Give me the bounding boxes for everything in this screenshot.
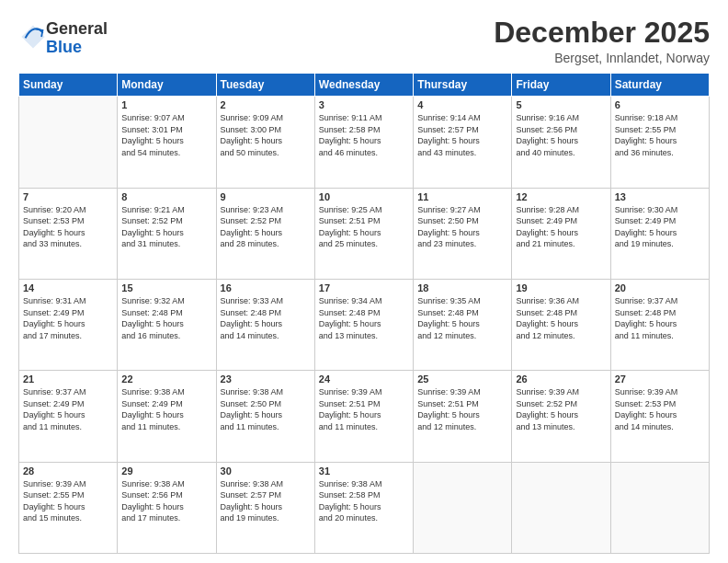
day-info: Sunrise: 9:37 AM Sunset: 2:49 PM Dayligh… [23,386,113,432]
day-info: Sunrise: 9:39 AM Sunset: 2:55 PM Dayligh… [23,478,113,524]
title-block: December 2025 Bergset, Innlandet, Norway [494,17,710,65]
calendar-cell: 22Sunrise: 9:38 AM Sunset: 2:49 PM Dayli… [118,371,216,462]
day-info: Sunrise: 9:39 AM Sunset: 2:51 PM Dayligh… [319,386,409,432]
day-info: Sunrise: 9:21 AM Sunset: 2:52 PM Dayligh… [121,204,211,250]
day-number: 31 [319,465,409,477]
day-info: Sunrise: 9:34 AM Sunset: 2:48 PM Dayligh… [319,295,409,341]
calendar-week-row: 21Sunrise: 9:37 AM Sunset: 2:49 PM Dayli… [19,371,710,462]
header-cell-thursday: Thursday [414,74,512,97]
day-info: Sunrise: 9:36 AM Sunset: 2:48 PM Dayligh… [516,295,606,341]
calendar-cell: 9Sunrise: 9:23 AM Sunset: 2:52 PM Daylig… [216,188,314,279]
day-info: Sunrise: 9:39 AM Sunset: 2:53 PM Dayligh… [615,386,705,432]
calendar-cell [610,462,709,553]
day-info: Sunrise: 9:35 AM Sunset: 2:48 PM Dayligh… [417,295,507,341]
calendar-cell: 4Sunrise: 9:14 AM Sunset: 2:57 PM Daylig… [414,97,512,188]
day-number: 20 [615,282,705,293]
calendar-cell: 2Sunrise: 9:09 AM Sunset: 3:00 PM Daylig… [216,97,314,188]
day-info: Sunrise: 9:30 AM Sunset: 2:49 PM Dayligh… [615,204,705,250]
calendar-cell: 24Sunrise: 9:39 AM Sunset: 2:51 PM Dayli… [314,371,413,462]
calendar-cell: 3Sunrise: 9:11 AM Sunset: 2:58 PM Daylig… [314,97,413,188]
day-info: Sunrise: 9:07 AM Sunset: 3:01 PM Dayligh… [121,112,211,158]
calendar-cell: 21Sunrise: 9:37 AM Sunset: 2:49 PM Dayli… [19,371,118,462]
logo-text: General Blue [46,20,108,57]
day-info: Sunrise: 9:27 AM Sunset: 2:50 PM Dayligh… [417,204,507,250]
calendar-cell: 11Sunrise: 9:27 AM Sunset: 2:50 PM Dayli… [414,188,512,279]
calendar-week-row: 14Sunrise: 9:31 AM Sunset: 2:49 PM Dayli… [19,279,710,370]
calendar-cell: 15Sunrise: 9:32 AM Sunset: 2:48 PM Dayli… [118,279,216,370]
calendar-cell: 19Sunrise: 9:36 AM Sunset: 2:48 PM Dayli… [512,279,610,370]
location: Bergset, Innlandet, Norway [494,51,710,65]
day-info: Sunrise: 9:39 AM Sunset: 2:51 PM Dayligh… [417,386,507,432]
day-number: 14 [23,282,113,293]
header-cell-wednesday: Wednesday [314,74,413,97]
day-number: 1 [121,99,211,110]
day-number: 13 [615,191,705,202]
day-info: Sunrise: 9:11 AM Sunset: 2:58 PM Dayligh… [319,112,409,158]
day-number: 28 [23,465,113,477]
day-number: 26 [516,373,606,385]
logo-blue: Blue [46,39,108,57]
day-info: Sunrise: 9:32 AM Sunset: 2:48 PM Dayligh… [121,295,211,341]
calendar-cell: 1Sunrise: 9:07 AM Sunset: 3:01 PM Daylig… [118,97,216,188]
day-number: 25 [417,373,507,385]
day-info: Sunrise: 9:23 AM Sunset: 2:52 PM Dayligh… [221,204,311,250]
calendar-week-row: 28Sunrise: 9:39 AM Sunset: 2:55 PM Dayli… [19,462,710,553]
day-number: 4 [417,99,507,110]
calendar-cell: 16Sunrise: 9:33 AM Sunset: 2:48 PM Dayli… [216,279,314,370]
day-number: 24 [319,373,409,385]
calendar-cell: 17Sunrise: 9:34 AM Sunset: 2:48 PM Dayli… [314,279,413,370]
day-info: Sunrise: 9:38 AM Sunset: 2:57 PM Dayligh… [221,478,311,524]
calendar-cell: 23Sunrise: 9:38 AM Sunset: 2:50 PM Dayli… [216,371,314,462]
day-info: Sunrise: 9:33 AM Sunset: 2:48 PM Dayligh… [221,295,311,341]
day-info: Sunrise: 9:28 AM Sunset: 2:49 PM Dayligh… [516,204,606,250]
day-info: Sunrise: 9:31 AM Sunset: 2:49 PM Dayligh… [23,295,113,341]
day-info: Sunrise: 9:14 AM Sunset: 2:57 PM Dayligh… [417,112,507,158]
calendar-cell: 25Sunrise: 9:39 AM Sunset: 2:51 PM Dayli… [414,371,512,462]
day-info: Sunrise: 9:38 AM Sunset: 2:50 PM Dayligh… [221,386,311,432]
calendar: SundayMondayTuesdayWednesdayThursdayFrid… [18,73,710,554]
calendar-cell: 8Sunrise: 9:21 AM Sunset: 2:52 PM Daylig… [118,188,216,279]
calendar-cell [19,97,118,188]
day-number: 27 [615,373,705,385]
day-info: Sunrise: 9:38 AM Sunset: 2:56 PM Dayligh… [121,478,211,524]
day-info: Sunrise: 9:25 AM Sunset: 2:51 PM Dayligh… [319,204,409,250]
day-info: Sunrise: 9:16 AM Sunset: 2:56 PM Dayligh… [516,112,606,158]
day-number: 9 [221,191,311,202]
day-info: Sunrise: 9:20 AM Sunset: 2:53 PM Dayligh… [23,204,113,250]
calendar-header-row: SundayMondayTuesdayWednesdayThursdayFrid… [19,74,710,97]
calendar-cell: 14Sunrise: 9:31 AM Sunset: 2:49 PM Dayli… [19,279,118,370]
day-info: Sunrise: 9:09 AM Sunset: 3:00 PM Dayligh… [221,112,311,158]
calendar-cell: 6Sunrise: 9:18 AM Sunset: 2:55 PM Daylig… [610,97,709,188]
calendar-week-row: 1Sunrise: 9:07 AM Sunset: 3:01 PM Daylig… [19,97,710,188]
logo-general: General [46,20,108,39]
calendar-cell: 18Sunrise: 9:35 AM Sunset: 2:48 PM Dayli… [414,279,512,370]
calendar-cell [414,462,512,553]
header: General Blue December 2025 Bergset, Innl… [18,17,710,65]
day-number: 10 [319,191,409,202]
calendar-cell: 31Sunrise: 9:38 AM Sunset: 2:58 PM Dayli… [314,462,413,553]
logo: General Blue [18,20,108,57]
calendar-cell: 28Sunrise: 9:39 AM Sunset: 2:55 PM Dayli… [19,462,118,553]
day-number: 7 [23,191,113,202]
calendar-week-row: 7Sunrise: 9:20 AM Sunset: 2:53 PM Daylig… [19,188,710,279]
day-number: 18 [417,282,507,293]
day-number: 17 [319,282,409,293]
calendar-cell: 7Sunrise: 9:20 AM Sunset: 2:53 PM Daylig… [19,188,118,279]
calendar-cell: 12Sunrise: 9:28 AM Sunset: 2:49 PM Dayli… [512,188,610,279]
month-title: December 2025 [494,17,710,49]
day-info: Sunrise: 9:18 AM Sunset: 2:55 PM Dayligh… [615,112,705,158]
header-cell-tuesday: Tuesday [216,74,314,97]
page: General Blue December 2025 Bergset, Innl… [0,0,728,563]
day-number: 11 [417,191,507,202]
day-number: 2 [221,99,311,110]
day-info: Sunrise: 9:37 AM Sunset: 2:48 PM Dayligh… [615,295,705,341]
calendar-cell: 13Sunrise: 9:30 AM Sunset: 2:49 PM Dayli… [610,188,709,279]
header-cell-monday: Monday [118,74,216,97]
day-number: 6 [615,99,705,110]
day-number: 12 [516,191,606,202]
day-number: 22 [121,373,211,385]
day-number: 8 [121,191,211,202]
day-number: 5 [516,99,606,110]
header-cell-friday: Friday [512,74,610,97]
day-number: 30 [221,465,311,477]
